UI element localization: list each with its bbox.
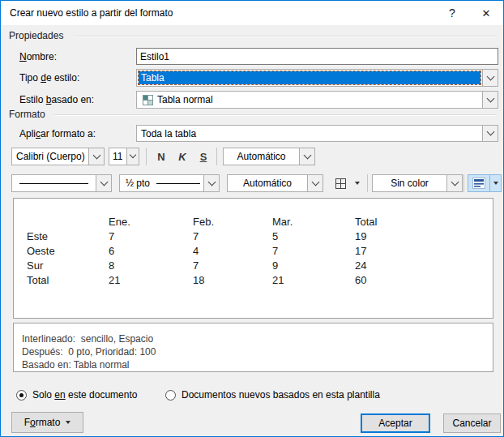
radio-only-this-document[interactable] [16,390,27,401]
chevron-down-icon [482,126,498,141]
style-description-panel: Interlineado: sencillo, Espacio Después:… [13,323,493,372]
table-cell: 7 [272,245,355,259]
apply-to-combobox[interactable]: Toda la tabla [136,125,498,142]
table-cell: 19 [355,230,412,245]
style-based-on-combobox[interactable]: Tabla normal [136,91,498,109]
line-width-sample [156,183,200,184]
chevron-down-icon [203,175,219,191]
style-type-combobox[interactable]: Tabla [136,69,498,87]
style-description: Interlineado: sencillo, Espacio Después:… [14,323,493,371]
border-color-combobox[interactable]: Automático [227,174,323,192]
section-divider [74,36,497,36]
chevron-down-icon [96,175,111,191]
radio-only-this-document-label[interactable]: Solo en este documento [32,389,137,401]
description-line: Basado en: Tabla normal [22,358,493,371]
border-line-style-combobox[interactable] [11,174,112,192]
apply-to-value: Toda la tabla [141,128,196,139]
border-color-value: Automático [243,178,292,189]
radio-new-documents-label[interactable]: Documentos nuevos basados en esta planti… [182,389,380,401]
table-cell: 7 [193,259,272,274]
table-cell: 8 [109,259,193,274]
font-size-combobox[interactable]: 11 [109,148,139,165]
alignment-icon [472,178,485,189]
table-cell: 9 [272,259,355,274]
chevron-down-icon [482,92,498,108]
table-cell: 7 [109,230,193,245]
font-color-value: Automático [237,151,285,162]
font-size-value: 11 [113,151,122,162]
triangle-down-icon [355,182,360,185]
table-header-cell: Total [355,216,412,230]
section-divider [54,114,497,115]
table-header-cell: Feb. [193,216,272,230]
table-cell: 21 [272,274,355,289]
borders-grid-icon [335,178,346,189]
table-header-cell: Ene. [109,216,193,230]
chevron-down-icon [126,148,139,165]
font-name-combobox[interactable]: Calibri (Cuerpo) [11,148,105,165]
ok-button[interactable]: Aceptar [361,413,430,433]
borders-button[interactable] [330,174,351,192]
borders-dropdown-button[interactable] [351,174,363,192]
bold-button[interactable]: N [152,148,171,165]
chevron-down-icon [307,175,322,191]
titlebar: Crear nuevo estilo a partir del formato … [1,1,503,25]
table-cell: 60 [355,274,412,289]
table-cell: 21 [109,274,193,289]
line-style-sample [19,183,88,184]
style-name-input[interactable] [136,48,498,65]
border-width-combobox[interactable]: ½ pto [119,174,220,192]
alignment-dropdown-button[interactable] [489,174,502,192]
chevron-down-icon [482,70,498,86]
table-cell: Este [27,230,109,245]
based-on-value: Tabla normal [157,94,213,105]
triangle-down-icon [493,182,498,185]
help-icon: ? [449,6,455,19]
close-icon: ✕ [482,7,491,19]
font-color-combobox[interactable]: Automático [223,148,315,165]
table-header-cell [27,216,109,230]
description-line: Después: 0 pto, Prioridad: 100 [22,345,493,358]
table-style-icon [143,95,153,105]
font-name-value: Calibri (Cuerpo) [16,151,85,162]
properties-section-label: Propiedades [9,30,63,41]
toolbar-separator [146,148,147,165]
border-width-value: ½ pto [126,178,150,189]
style-type-selected-value: Tabla [139,71,481,84]
chevron-down-icon [88,148,104,165]
underline-button[interactable]: S [194,148,213,165]
toolbar-separator [367,174,368,192]
table-cell: Sur [27,259,109,274]
format-menu-button[interactable]: Formato [11,412,83,433]
table-cell: 7 [193,230,272,245]
table-header-cell: Mar. [272,216,355,230]
apply-to-label: Aplicar formato a: [19,126,96,142]
table-cell: 18 [193,274,272,289]
name-label: Nombre: [19,49,57,65]
table-cell: 6 [109,245,193,259]
italic-button[interactable]: K [173,148,192,165]
table-cell: 24 [355,259,412,274]
style-type-label: Tipo de estilo: [19,70,79,86]
close-button[interactable]: ✕ [471,1,502,25]
format-section-label: Formato [9,109,45,120]
chevron-down-icon [446,175,462,191]
help-button[interactable]: ? [438,1,466,25]
table-cell: Oeste [27,245,109,259]
table-cell: 4 [193,245,272,259]
format-menu-button-label: Formato [24,417,61,428]
table-cell: 17 [355,245,412,259]
preview-table: Ene. Feb. Mar. Total Este 7 7 5 19 Oeste… [27,216,412,289]
description-line: Interlineado: sencillo, Espacio [22,332,493,345]
alignment-split-button[interactable] [468,174,490,192]
triangle-down-icon [66,421,70,424]
cancel-button[interactable]: Cancelar [443,413,501,433]
shading-value: Sin color [391,178,429,189]
table-cell: 5 [272,230,355,245]
toolbar-separator [463,174,464,192]
chevron-down-icon [299,148,314,165]
shading-combobox[interactable]: Sin color [372,174,463,192]
radio-new-documents[interactable] [165,390,176,401]
create-style-dialog: Crear nuevo estilo a partir del formato … [0,0,504,437]
toolbar-separator [216,148,217,165]
